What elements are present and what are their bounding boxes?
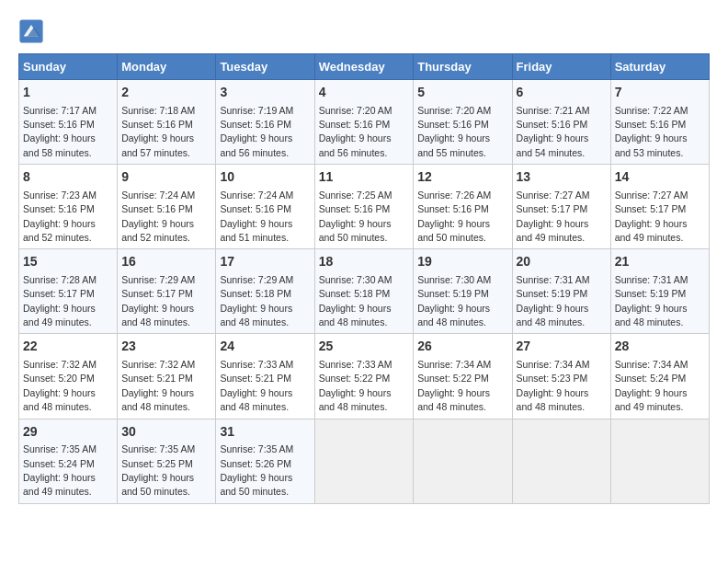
day-number: 4: [319, 84, 410, 102]
day-info: Sunrise: 7:20 AMSunset: 5:16 PMDaylight:…: [319, 105, 392, 158]
day-info: Sunrise: 7:30 AMSunset: 5:18 PMDaylight:…: [319, 274, 392, 327]
weekday-header-cell: Monday: [118, 54, 216, 80]
calendar-day-cell: [512, 419, 610, 503]
day-number: 18: [319, 253, 410, 271]
day-number: 13: [517, 168, 607, 187]
calendar-day-cell: [610, 419, 709, 503]
day-number: 5: [417, 84, 507, 102]
day-info: Sunrise: 7:29 AMSunset: 5:17 PMDaylight:…: [121, 274, 195, 327]
weekday-header-cell: Wednesday: [314, 54, 414, 80]
calendar-day-cell: 16Sunrise: 7:29 AMSunset: 5:17 PMDayligh…: [118, 249, 216, 334]
weekday-header-cell: Saturday: [610, 54, 709, 80]
day-info: Sunrise: 7:19 AMSunset: 5:16 PMDaylight:…: [220, 105, 293, 158]
day-number: 15: [23, 253, 113, 271]
day-number: 27: [517, 338, 607, 356]
day-number: 31: [220, 423, 310, 442]
day-number: 16: [121, 253, 211, 271]
day-number: 10: [220, 168, 310, 187]
calendar-body: 1Sunrise: 7:17 AMSunset: 5:16 PMDaylight…: [19, 80, 710, 504]
day-info: Sunrise: 7:18 AMSunset: 5:16 PMDaylight:…: [121, 105, 195, 158]
day-number: 28: [615, 338, 705, 356]
logo-icon: [18, 18, 44, 44]
day-info: Sunrise: 7:25 AMSunset: 5:16 PMDaylight:…: [319, 190, 392, 243]
calendar-day-cell: 19Sunrise: 7:30 AMSunset: 5:19 PMDayligh…: [414, 249, 512, 334]
day-info: Sunrise: 7:30 AMSunset: 5:19 PMDaylight:…: [417, 274, 491, 327]
day-number: 14: [615, 168, 705, 187]
calendar-day-cell: 23Sunrise: 7:32 AMSunset: 5:21 PMDayligh…: [118, 334, 216, 419]
calendar-week-row: 1Sunrise: 7:17 AMSunset: 5:16 PMDaylight…: [19, 80, 710, 165]
calendar-week-row: 22Sunrise: 7:32 AMSunset: 5:20 PMDayligh…: [19, 334, 710, 419]
calendar-day-cell: 14Sunrise: 7:27 AMSunset: 5:17 PMDayligh…: [610, 165, 709, 249]
weekday-header-row: SundayMondayTuesdayWednesdayThursdayFrid…: [19, 54, 710, 80]
day-info: Sunrise: 7:32 AMSunset: 5:20 PMDaylight:…: [23, 359, 97, 412]
logo: [18, 18, 48, 44]
day-number: 1: [23, 84, 113, 102]
day-number: 7: [615, 84, 705, 102]
day-number: 26: [417, 338, 507, 356]
day-number: 23: [121, 338, 211, 356]
day-info: Sunrise: 7:24 AMSunset: 5:16 PMDaylight:…: [220, 190, 293, 243]
day-info: Sunrise: 7:35 AMSunset: 5:24 PMDaylight:…: [23, 443, 97, 497]
day-info: Sunrise: 7:23 AMSunset: 5:16 PMDaylight:…: [23, 190, 97, 243]
day-number: 17: [220, 253, 310, 271]
calendar-day-cell: 7Sunrise: 7:22 AMSunset: 5:16 PMDaylight…: [610, 80, 709, 165]
calendar-week-row: 29Sunrise: 7:35 AMSunset: 5:24 PMDayligh…: [19, 419, 710, 503]
calendar-week-row: 8Sunrise: 7:23 AMSunset: 5:16 PMDaylight…: [19, 165, 710, 249]
day-info: Sunrise: 7:31 AMSunset: 5:19 PMDaylight:…: [615, 274, 688, 327]
calendar-day-cell: 20Sunrise: 7:31 AMSunset: 5:19 PMDayligh…: [512, 249, 610, 334]
day-info: Sunrise: 7:27 AMSunset: 5:17 PMDaylight:…: [615, 190, 688, 243]
calendar-day-cell: 3Sunrise: 7:19 AMSunset: 5:16 PMDaylight…: [216, 80, 314, 165]
day-info: Sunrise: 7:28 AMSunset: 5:17 PMDaylight:…: [23, 274, 97, 327]
calendar-day-cell: 26Sunrise: 7:34 AMSunset: 5:22 PMDayligh…: [414, 334, 512, 419]
day-number: 29: [23, 423, 113, 442]
day-number: 8: [23, 168, 113, 187]
calendar-day-cell: 22Sunrise: 7:32 AMSunset: 5:20 PMDayligh…: [19, 334, 118, 419]
calendar-day-cell: 11Sunrise: 7:25 AMSunset: 5:16 PMDayligh…: [314, 165, 414, 249]
day-info: Sunrise: 7:20 AMSunset: 5:16 PMDaylight:…: [417, 105, 491, 158]
day-number: 12: [417, 168, 507, 187]
day-info: Sunrise: 7:32 AMSunset: 5:21 PMDaylight:…: [121, 359, 195, 412]
day-info: Sunrise: 7:35 AMSunset: 5:25 PMDaylight:…: [121, 443, 195, 497]
calendar-day-cell: 21Sunrise: 7:31 AMSunset: 5:19 PMDayligh…: [610, 249, 709, 334]
day-number: 9: [121, 168, 211, 187]
day-info: Sunrise: 7:24 AMSunset: 5:16 PMDaylight:…: [121, 190, 195, 243]
calendar-day-cell: 12Sunrise: 7:26 AMSunset: 5:16 PMDayligh…: [414, 165, 512, 249]
day-number: 20: [517, 253, 607, 271]
calendar-day-cell: 29Sunrise: 7:35 AMSunset: 5:24 PMDayligh…: [19, 419, 118, 503]
calendar-day-cell: 9Sunrise: 7:24 AMSunset: 5:16 PMDaylight…: [118, 165, 216, 249]
calendar-day-cell: 1Sunrise: 7:17 AMSunset: 5:16 PMDaylight…: [19, 80, 118, 165]
calendar-day-cell: 15Sunrise: 7:28 AMSunset: 5:17 PMDayligh…: [19, 249, 118, 334]
day-info: Sunrise: 7:33 AMSunset: 5:21 PMDaylight:…: [220, 359, 293, 412]
day-number: 19: [417, 253, 507, 271]
weekday-header-cell: Thursday: [414, 54, 512, 80]
calendar-day-cell: 10Sunrise: 7:24 AMSunset: 5:16 PMDayligh…: [216, 165, 314, 249]
calendar-day-cell: 13Sunrise: 7:27 AMSunset: 5:17 PMDayligh…: [512, 165, 610, 249]
day-info: Sunrise: 7:34 AMSunset: 5:24 PMDaylight:…: [615, 359, 688, 412]
day-number: 2: [121, 84, 211, 102]
day-info: Sunrise: 7:27 AMSunset: 5:17 PMDaylight:…: [517, 190, 590, 243]
day-number: 11: [319, 168, 410, 187]
calendar-day-cell: 8Sunrise: 7:23 AMSunset: 5:16 PMDaylight…: [19, 165, 118, 249]
day-number: 22: [23, 338, 113, 356]
day-number: 6: [517, 84, 607, 102]
calendar-day-cell: 25Sunrise: 7:33 AMSunset: 5:22 PMDayligh…: [314, 334, 414, 419]
calendar-day-cell: 17Sunrise: 7:29 AMSunset: 5:18 PMDayligh…: [216, 249, 314, 334]
day-info: Sunrise: 7:21 AMSunset: 5:16 PMDaylight:…: [517, 105, 590, 158]
day-info: Sunrise: 7:34 AMSunset: 5:23 PMDaylight:…: [517, 359, 590, 412]
weekday-header-cell: Tuesday: [216, 54, 314, 80]
day-number: 30: [121, 423, 211, 442]
calendar-day-cell: 6Sunrise: 7:21 AMSunset: 5:16 PMDaylight…: [512, 80, 610, 165]
calendar-week-row: 15Sunrise: 7:28 AMSunset: 5:17 PMDayligh…: [19, 249, 710, 334]
day-number: 3: [220, 84, 310, 102]
calendar-day-cell: 31Sunrise: 7:35 AMSunset: 5:26 PMDayligh…: [216, 419, 314, 503]
weekday-header-cell: Friday: [512, 54, 610, 80]
day-info: Sunrise: 7:17 AMSunset: 5:16 PMDaylight:…: [23, 105, 97, 158]
day-info: Sunrise: 7:33 AMSunset: 5:22 PMDaylight:…: [319, 359, 392, 412]
day-number: 21: [615, 253, 705, 271]
day-number: 24: [220, 338, 310, 356]
day-number: 25: [319, 338, 410, 356]
day-info: Sunrise: 7:22 AMSunset: 5:16 PMDaylight:…: [615, 105, 688, 158]
calendar-day-cell: 5Sunrise: 7:20 AMSunset: 5:16 PMDaylight…: [414, 80, 512, 165]
calendar-table: SundayMondayTuesdayWednesdayThursdayFrid…: [18, 53, 710, 504]
day-info: Sunrise: 7:29 AMSunset: 5:18 PMDaylight:…: [220, 274, 293, 327]
